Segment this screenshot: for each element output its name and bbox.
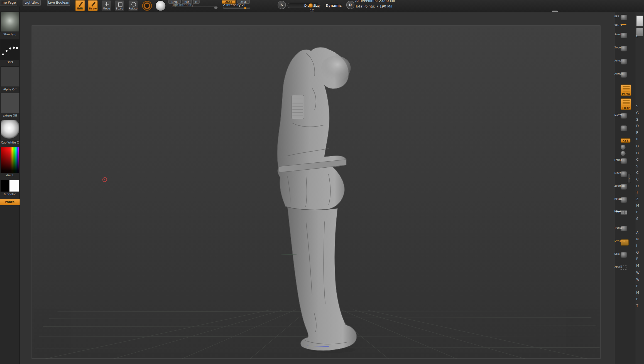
move-button[interactable]: Move xyxy=(101,0,111,11)
xyz-icon: XYZ xyxy=(621,138,630,143)
texture-button[interactable] xyxy=(0,93,19,113)
sculpt-3d-view[interactable] xyxy=(20,12,615,364)
tray-partial-label: F xyxy=(636,131,638,135)
m-button[interactable]: M xyxy=(193,0,200,4)
edit-button[interactable]: Edit xyxy=(75,0,85,11)
sculpt-pants xyxy=(288,207,357,351)
tray-partial-label: T xyxy=(636,191,638,195)
tray-partial-label: S xyxy=(636,118,638,122)
draw-size-handle[interactable] xyxy=(308,3,313,8)
move-3d-icon xyxy=(621,172,627,177)
rgb-intensity-handle[interactable] xyxy=(214,7,217,9)
z-intensity-slider[interactable] xyxy=(223,7,250,9)
tray-clipped-labels: ESGSDFRDDCSCCDTZMPSANLGPMWWPMPT xyxy=(635,12,644,364)
dynamic-toggle[interactable]: Dynamic xyxy=(326,4,342,7)
tray-partial-label: C xyxy=(636,178,638,182)
switch-color-label: tchColor xyxy=(0,192,20,197)
d-knob[interactable]: D xyxy=(346,1,355,9)
tray-partial-label: S xyxy=(636,105,638,109)
spin-icon xyxy=(621,151,626,156)
home-page-button[interactable]: me Page xyxy=(0,0,17,6)
z-intensity-label: Z Intensity 21 xyxy=(223,3,246,7)
tray-partial-label: P xyxy=(636,257,638,261)
solo-icon xyxy=(621,252,627,257)
tray-partial-label: D xyxy=(636,124,639,128)
tray-partial-label: A xyxy=(636,231,638,235)
tray-partial-label: D xyxy=(636,151,639,155)
tray-partial-label: S xyxy=(636,165,638,169)
tray-partial-label: S xyxy=(636,217,638,221)
see-through-icon xyxy=(621,125,627,131)
zbrush-window: me Page LightBox Live Boolean Edit Draw … xyxy=(0,0,644,364)
tray-partial-label: M xyxy=(636,291,639,295)
live-boolean-button[interactable]: Live Boolean xyxy=(47,0,70,6)
draw-button[interactable]: Draw xyxy=(88,0,98,11)
tray-partial-label: P xyxy=(636,284,638,288)
current-brush-button[interactable] xyxy=(0,11,19,32)
color-picker[interactable] xyxy=(0,147,19,173)
tray-partial-label: P xyxy=(636,297,638,301)
rotate-icon xyxy=(131,2,136,7)
lightbox-button[interactable]: LightBox xyxy=(23,0,41,6)
edit-icon xyxy=(78,2,83,7)
viewport[interactable] xyxy=(20,12,615,364)
zoom-icon xyxy=(621,46,627,51)
material-sphere-icon[interactable] xyxy=(155,0,166,11)
brush-cursor xyxy=(103,178,107,182)
scroll-icon xyxy=(621,33,627,38)
tray-partial-label: C xyxy=(636,158,638,162)
tray-partial-label: W xyxy=(636,271,640,275)
current-brush-label: Standard xyxy=(0,32,20,37)
tray-partial-label: Z xyxy=(636,197,638,202)
tray-partial-label: N xyxy=(636,237,639,242)
stroke-type-button[interactable] xyxy=(0,39,19,60)
active-points-readout: ActivePoints: 2.000 Mil xyxy=(355,0,395,3)
draw-size-slider[interactable]: Draw Size 12 xyxy=(288,3,320,8)
polyframe-icon xyxy=(621,210,627,214)
total-points-readout: TotalPoints: 7.190 Mil xyxy=(355,4,392,8)
rgb-intensity-slider[interactable] xyxy=(172,7,218,8)
switch-color-button[interactable] xyxy=(0,180,19,192)
scale-icon xyxy=(117,2,123,7)
scale-button[interactable]: Scale xyxy=(115,0,124,11)
stroke-type-label: Dots xyxy=(0,60,20,65)
s-knob[interactable]: S xyxy=(278,1,286,9)
texture-label: exture Off xyxy=(0,113,20,118)
gyro-icon xyxy=(621,145,626,150)
tray-open-arrow[interactable]: › xyxy=(627,174,631,183)
z-intensity-handle[interactable] xyxy=(244,7,246,9)
tray-partial-label: G xyxy=(636,111,639,115)
tray-partial-label: M xyxy=(636,204,639,208)
tray-partial-label: D xyxy=(636,184,639,188)
sculpt-arm xyxy=(321,56,351,81)
material-button[interactable] xyxy=(0,120,19,140)
tray-partial-label: L xyxy=(636,244,638,248)
floor-icon: Floor xyxy=(621,98,631,110)
tray-partial-label: G xyxy=(636,251,639,255)
tray-partial-label: T xyxy=(636,304,638,308)
tray-partial-label: R xyxy=(636,137,638,142)
tray-partial-label: D xyxy=(636,144,639,148)
bpr-icon xyxy=(621,15,627,20)
tray-partial-label: P xyxy=(636,211,638,215)
draw-icon xyxy=(91,2,96,7)
alternate-button[interactable]: rnate xyxy=(0,199,20,205)
rotate-button[interactable]: Rotate xyxy=(128,0,138,11)
alpha-label: Alpha Off xyxy=(0,87,20,92)
tray-partial-label: M xyxy=(636,264,639,268)
color-picker-label: dient xyxy=(0,173,20,178)
persp-icon: Persp xyxy=(621,85,631,96)
tray-partial-label: W xyxy=(636,278,640,282)
spix-slider-bar[interactable] xyxy=(621,24,626,25)
top-shelf: me Page LightBox Live Boolean Edit Draw … xyxy=(0,0,644,12)
move-icon xyxy=(104,2,109,7)
sculpt-pocket xyxy=(292,95,304,119)
tray-partial-label: C xyxy=(636,171,638,175)
tray-partial-label: E xyxy=(636,34,638,39)
material-label: Cap White C xyxy=(0,140,20,145)
stroke-selector-icon[interactable] xyxy=(142,0,152,11)
alpha-button[interactable] xyxy=(0,66,19,87)
